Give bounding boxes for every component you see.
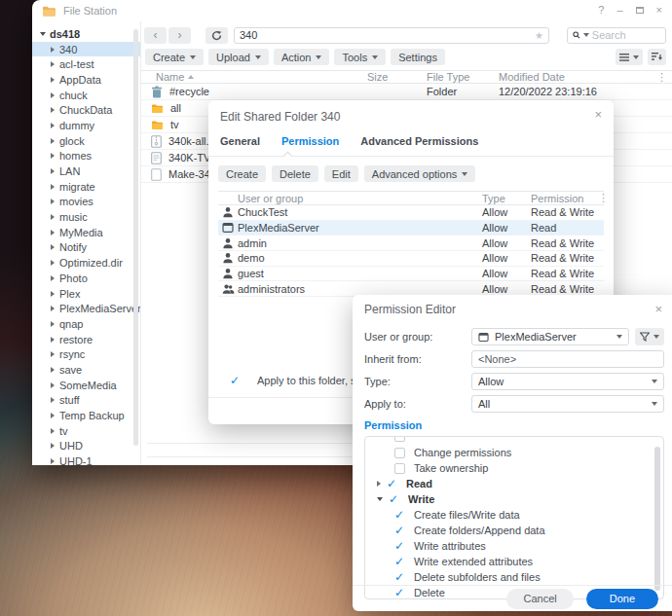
expand-icon[interactable] (51, 77, 55, 83)
expand-icon[interactable] (51, 321, 55, 327)
settings-button[interactable]: Settings (391, 49, 445, 65)
tree-item-write-attributes[interactable]: Write attributes (365, 538, 663, 554)
sidebar-item-movies[interactable]: movies (32, 195, 140, 210)
checkbox-checked-icon[interactable] (394, 540, 406, 552)
path-bar[interactable]: ★ (234, 27, 549, 44)
sort-button[interactable] (648, 49, 666, 65)
expand-icon[interactable] (51, 92, 55, 98)
sidebar-item-acl-test[interactable]: acl-test (32, 56, 140, 72)
expand-icon[interactable] (51, 199, 55, 204)
user-or-group-select[interactable]: PlexMediaServer (471, 328, 629, 345)
column-type[interactable]: Type (482, 193, 531, 204)
expand-icon[interactable] (51, 413, 55, 418)
sidebar-item-lan[interactable]: LAN (32, 163, 140, 179)
action-button[interactable]: Action (274, 49, 330, 65)
sidebar-item-chuck[interactable]: chuck (32, 88, 140, 103)
checkbox-checked-icon[interactable] (394, 556, 406, 567)
done-button[interactable]: Done (586, 589, 658, 609)
tree-item-create-files[interactable]: Create files/Write data (365, 507, 663, 523)
search-options-caret-icon[interactable] (583, 33, 589, 37)
expand-icon[interactable] (51, 443, 55, 449)
path-input[interactable] (240, 29, 535, 41)
help-icon[interactable]: ? (598, 4, 604, 16)
sidebar-item-music[interactable]: music (32, 209, 140, 225)
sidebar-item-appdata[interactable]: AppData (32, 72, 140, 88)
tree-item-write-extended-attributes[interactable]: Write extended attributes (365, 554, 663, 569)
sidebar-item-stuff[interactable]: stuff (32, 393, 140, 409)
permission-row-chucktest[interactable]: ChuckTest Allow Read & Write (218, 205, 604, 221)
sidebar-item-340[interactable]: 340 (32, 42, 140, 57)
search-input[interactable] (592, 29, 660, 41)
sidebar-item-notify[interactable]: Notify (32, 240, 140, 256)
expand-icon[interactable] (51, 367, 55, 373)
expand-icon[interactable] (51, 306, 55, 311)
permission-row-demo[interactable]: demo Allow Read & Write (218, 251, 604, 267)
refresh-button[interactable] (205, 27, 228, 44)
expand-icon[interactable] (51, 351, 55, 357)
tab-advanced-permissions[interactable]: Advanced Permissions (360, 135, 478, 147)
collapse-icon[interactable] (377, 497, 383, 501)
sidebar-item-chuckdata[interactable]: ChuckData (32, 102, 140, 118)
tab-permission[interactable]: Permission (281, 135, 339, 147)
expand-icon[interactable] (51, 458, 55, 464)
checkbox-checked-icon[interactable] (389, 493, 400, 505)
sidebar-item-tv[interactable]: tv (32, 423, 140, 439)
delete-permission-button[interactable]: Delete (272, 165, 318, 182)
favorite-star-icon[interactable]: ★ (535, 30, 543, 41)
sidebar-item-somemedia[interactable]: SomeMedia (32, 378, 140, 393)
tree-item-write[interactable]: Write (365, 491, 663, 507)
expand-icon[interactable] (51, 428, 55, 434)
checkbox-checked-icon[interactable] (394, 571, 406, 583)
create-button[interactable]: Create (145, 49, 204, 65)
minimize-icon[interactable]: – (616, 4, 622, 16)
checkbox-unchecked[interactable] (394, 448, 405, 458)
expand-icon[interactable] (51, 123, 55, 128)
sidebar-scrollbar[interactable] (133, 29, 138, 446)
expand-icon[interactable] (51, 168, 55, 174)
expand-icon[interactable] (51, 260, 55, 266)
permission-row-guest[interactable]: guest Allow Read & Write (218, 267, 604, 282)
search-box[interactable] (567, 27, 666, 44)
upload-button[interactable]: Upload (208, 49, 269, 65)
column-size[interactable]: Size (367, 71, 427, 83)
sidebar-item-plex[interactable]: Plex (32, 286, 140, 302)
expand-icon[interactable] (51, 337, 55, 343)
expand-icon[interactable] (51, 184, 55, 190)
sidebar-item-optimized-dir[interactable]: Optimized.dir (32, 255, 140, 271)
expand-icon[interactable] (51, 214, 55, 220)
sidebar-item-qnap[interactable]: qnap (32, 316, 140, 332)
expand-icon[interactable] (51, 138, 55, 144)
expand-icon[interactable] (51, 382, 55, 388)
tree-scrollbar[interactable] (654, 447, 660, 591)
collapse-icon[interactable] (40, 32, 46, 36)
expand-icon[interactable] (377, 481, 381, 487)
column-permission[interactable]: Permission (531, 193, 598, 204)
file-row-recycle[interactable]: #recycle Folder 12/20/2022 23:19:16 (141, 84, 672, 100)
create-permission-button[interactable]: Create (218, 165, 266, 182)
advanced-options-button[interactable]: Advanced options (364, 165, 475, 182)
expand-icon[interactable] (51, 397, 55, 403)
column-options-icon[interactable]: ⋮ (656, 71, 672, 84)
sidebar-item-temp-backup[interactable]: Temp Backup (32, 408, 140, 423)
sidebar-item-plexmediaserver[interactable]: PlexMediaServer (32, 301, 140, 316)
type-select[interactable]: Allow (471, 373, 664, 390)
tree-item-take-ownership[interactable]: Take ownership (365, 460, 663, 476)
apply-to-select[interactable]: All (471, 395, 664, 413)
column-name[interactable]: Name (141, 71, 367, 83)
checkbox-checked-icon[interactable] (394, 525, 406, 536)
expand-icon[interactable] (51, 107, 55, 113)
tree-item-change-permissions[interactable]: Change permissions (365, 445, 663, 460)
tree-item-delete-subfolders[interactable]: Delete subfolders and files (365, 569, 663, 585)
expand-icon[interactable] (51, 153, 55, 159)
back-button[interactable]: ‹ (144, 27, 167, 44)
sidebar-item-homes[interactable]: homes (32, 149, 140, 164)
permission-row-plexmediaserver[interactable]: PlexMediaServer Allow Read (218, 221, 604, 236)
column-file-type[interactable]: File Type (427, 71, 499, 83)
tab-general[interactable]: General (220, 135, 260, 147)
column-modified-date[interactable]: Modified Date (499, 71, 656, 83)
expand-icon[interactable] (51, 61, 55, 67)
expand-icon[interactable] (51, 244, 55, 250)
filter-button[interactable] (635, 328, 664, 345)
tools-button[interactable]: Tools (334, 49, 386, 65)
column-options-icon[interactable]: ⋮ (598, 192, 609, 204)
